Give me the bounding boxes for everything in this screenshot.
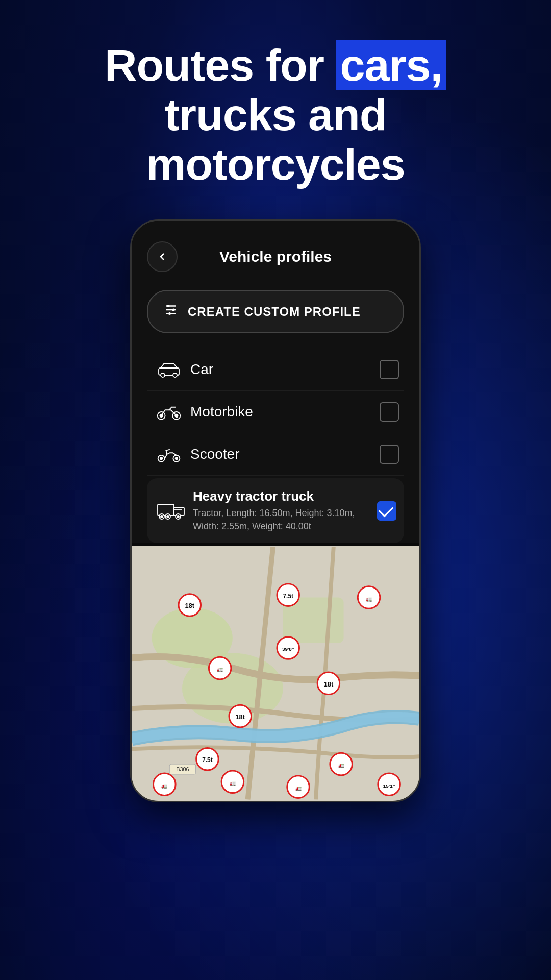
vehicle-item-heavy-truck[interactable]: Heavy tractor truck Tractor, Length: 16.… bbox=[147, 478, 404, 543]
vehicle-name-motorbike: Motorbike bbox=[185, 404, 380, 420]
svg-text:18t: 18t bbox=[324, 680, 334, 688]
svg-point-24 bbox=[177, 516, 179, 518]
svg-rect-17 bbox=[158, 504, 174, 516]
scooter-checkbox[interactable] bbox=[380, 445, 399, 464]
svg-point-4 bbox=[172, 309, 175, 311]
motorbike-checkbox[interactable] bbox=[380, 402, 399, 422]
scooter-icon bbox=[152, 445, 185, 464]
panel-title: Vehicle profiles bbox=[178, 248, 404, 265]
car-checkbox[interactable] bbox=[380, 360, 399, 379]
svg-point-12 bbox=[175, 414, 178, 418]
truck-name: Heavy tractor truck bbox=[193, 488, 377, 504]
motorbike-svg-icon bbox=[156, 402, 182, 422]
svg-point-7 bbox=[161, 373, 165, 377]
header-subtitle: trucks and motorcycles bbox=[146, 89, 405, 189]
svg-text:🚛: 🚛 bbox=[230, 779, 236, 786]
sliders-icon bbox=[163, 302, 179, 321]
svg-text:15'1": 15'1" bbox=[383, 782, 395, 788]
svg-point-16 bbox=[175, 457, 178, 460]
profiles-panel: Vehicle profiles CREATE CUSTOM PROFILE bbox=[132, 221, 419, 543]
panel-header: Vehicle profiles bbox=[147, 241, 404, 272]
svg-text:39'8": 39'8" bbox=[282, 646, 294, 652]
svg-point-5 bbox=[168, 312, 171, 315]
svg-point-23 bbox=[167, 516, 169, 518]
truck-details: Heavy tractor truck Tractor, Length: 16.… bbox=[188, 488, 377, 532]
map-svg: 18t 7.5t 🚛 39'8" 🚛 18t 18t 7.5t bbox=[132, 546, 419, 801]
truck-icon bbox=[155, 499, 188, 523]
vehicle-item-car[interactable]: Car bbox=[147, 349, 404, 391]
sliders-svg-icon bbox=[163, 302, 179, 317]
phone-mockup: Vehicle profiles CREATE CUSTOM PROFILE bbox=[130, 219, 421, 802]
svg-text:🚛: 🚛 bbox=[217, 666, 223, 673]
map-area: 18t 7.5t 🚛 39'8" 🚛 18t 18t 7.5t bbox=[132, 546, 419, 801]
svg-text:7.5t: 7.5t bbox=[202, 756, 212, 764]
highlight-word: cars, bbox=[336, 40, 446, 90]
car-icon bbox=[152, 360, 185, 379]
header-title: Routes for cars, trucks and motorcycles bbox=[31, 41, 520, 189]
svg-text:🚛: 🚛 bbox=[366, 595, 372, 602]
svg-text:B306: B306 bbox=[176, 766, 189, 772]
svg-text:🚛: 🚛 bbox=[161, 782, 168, 789]
vehicle-name-car: Car bbox=[185, 361, 380, 378]
svg-text:18t: 18t bbox=[185, 602, 194, 609]
svg-point-3 bbox=[167, 305, 170, 307]
svg-point-22 bbox=[161, 516, 163, 518]
svg-text:7.5t: 7.5t bbox=[283, 592, 293, 599]
vehicle-item-scooter[interactable]: Scooter bbox=[147, 433, 404, 476]
svg-text:🚛: 🚛 bbox=[338, 762, 345, 769]
back-button[interactable] bbox=[147, 241, 178, 272]
svg-text:🚛: 🚛 bbox=[295, 785, 302, 791]
header-section: Routes for cars, trucks and motorcycles bbox=[0, 41, 551, 189]
vehicle-name-scooter: Scooter bbox=[185, 446, 380, 462]
truck-specs: Tractor, Length: 16.50m, Height: 3.10m, … bbox=[193, 507, 377, 532]
svg-point-11 bbox=[160, 414, 163, 418]
create-profile-button[interactable]: CREATE CUSTOM PROFILE bbox=[147, 290, 404, 333]
svg-point-15 bbox=[160, 457, 162, 460]
svg-point-8 bbox=[173, 373, 177, 377]
back-arrow-icon bbox=[156, 251, 168, 263]
motorbike-icon bbox=[152, 402, 185, 422]
scooter-svg-icon bbox=[156, 445, 182, 464]
create-profile-label: CREATE CUSTOM PROFILE bbox=[188, 305, 361, 319]
truck-checkbox[interactable] bbox=[377, 501, 396, 521]
vehicle-item-motorbike[interactable]: Motorbike bbox=[147, 391, 404, 433]
truck-svg-icon bbox=[157, 499, 186, 523]
svg-text:18t: 18t bbox=[235, 713, 245, 721]
car-svg-icon bbox=[156, 360, 182, 379]
